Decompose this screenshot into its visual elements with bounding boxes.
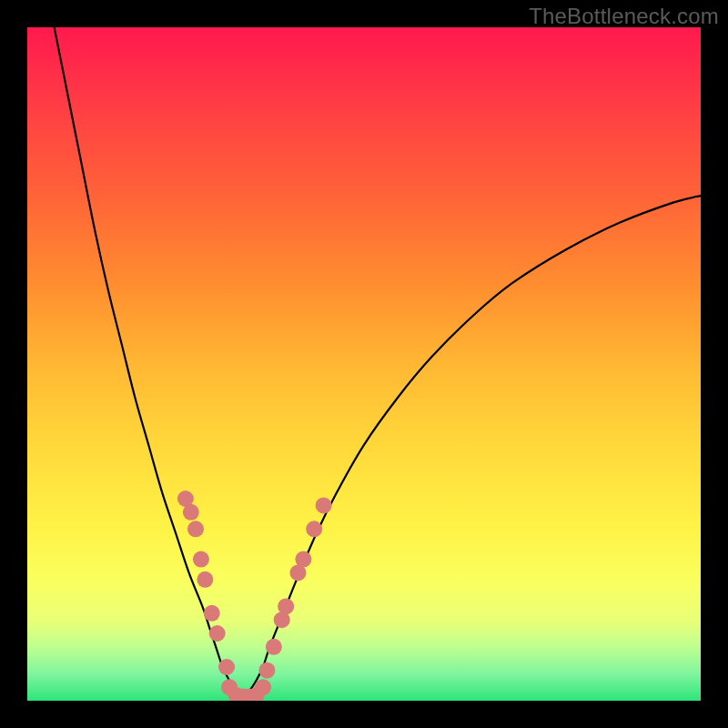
marker-point bbox=[295, 551, 311, 568]
marker-point bbox=[316, 497, 332, 513]
marker-point bbox=[218, 659, 235, 675]
chart-svg bbox=[27, 27, 701, 701]
plot-area bbox=[27, 27, 701, 701]
chart-frame: TheBottleneck.com bbox=[0, 0, 728, 728]
marker-point bbox=[266, 639, 282, 655]
curve-left bbox=[55, 27, 243, 695]
marker-point bbox=[183, 504, 199, 521]
watermark-text: TheBottleneck.com bbox=[529, 4, 719, 29]
marker-point bbox=[278, 598, 294, 614]
marker-point bbox=[209, 625, 226, 642]
curve-right bbox=[243, 196, 701, 695]
marker-point bbox=[193, 551, 209, 568]
marker-point bbox=[187, 521, 204, 537]
marker-point bbox=[255, 679, 271, 695]
marker-point bbox=[258, 662, 275, 679]
marker-point bbox=[197, 571, 213, 588]
marker-point bbox=[306, 521, 322, 537]
marker-point bbox=[204, 605, 220, 622]
highlight-markers bbox=[177, 490, 332, 701]
